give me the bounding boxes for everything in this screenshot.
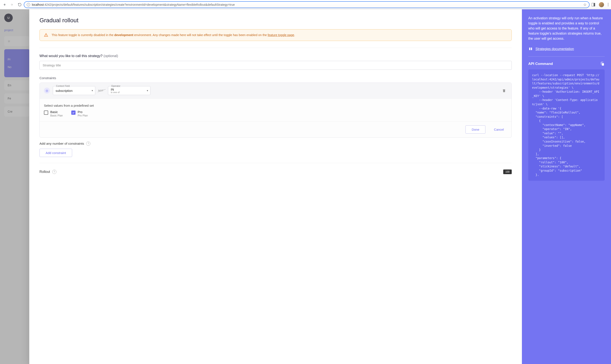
cancel-button[interactable]: Cancel [491, 126, 507, 133]
bookmark-star-icon[interactable]: ☆ [583, 2, 587, 7]
option-title: Basic [50, 110, 63, 114]
operator-select[interactable]: Operator IN is one of ▾ [108, 86, 150, 95]
svg-point-3 [46, 36, 46, 36]
side-panel-icon[interactable] [592, 3, 595, 6]
warning-banner: This feature toggle is currently disable… [39, 29, 512, 41]
constraint-card: ◎ Context Field subscription ▾ NOT Opera… [39, 82, 512, 138]
warning-text: This feature toggle is currently disable… [52, 33, 295, 37]
value-option-pro[interactable]: Pro Pro Plan [71, 110, 88, 117]
constraints-label: Constraints [39, 76, 512, 80]
value-option-basic[interactable]: Basic Basic Plan [44, 110, 63, 117]
help-icon[interactable]: ? [52, 170, 56, 174]
api-command-code[interactable]: curl --location --request POST 'http://l… [528, 69, 605, 181]
option-title: Pro [78, 110, 88, 114]
operator-value: IN [111, 88, 114, 91]
page-title: Gradual rollout [39, 17, 512, 24]
book-icon [528, 47, 533, 51]
back-button[interactable] [2, 3, 6, 7]
context-field-legend: Context Field [55, 85, 71, 87]
reload-button[interactable] [18, 3, 22, 7]
context-field-value: subscription [56, 89, 73, 92]
strategies-docs-link[interactable]: Strategies documentation [535, 47, 574, 51]
delete-constraint-button[interactable] [502, 89, 507, 92]
checkbox-checked[interactable] [71, 111, 76, 115]
rollout-label: Rollout [39, 170, 50, 174]
strategy-title-input[interactable] [39, 61, 512, 70]
url-text: localhost:4242/projects/default/features… [32, 3, 582, 6]
strategy-description: An activation strategy will only run whe… [528, 16, 605, 41]
kebab-menu-icon[interactable] [608, 3, 609, 6]
browser-toolbar: i localhost:4242/projects/default/featur… [0, 0, 611, 9]
api-command-heading: API Command [528, 62, 553, 66]
create-strategy-modal: Gradual rollout This feature toggle is c… [29, 9, 611, 364]
not-toggle[interactable]: NOT [98, 89, 105, 92]
add-constraint-button[interactable]: Add constraint [39, 149, 72, 157]
divider [39, 163, 512, 163]
profile-avatar[interactable] [599, 2, 604, 7]
divider [528, 56, 605, 57]
add-constraints-helper: Add any number of constraints [39, 142, 84, 145]
operator-legend: Operator [110, 85, 121, 87]
warning-icon [44, 33, 48, 37]
operator-subvalue: is one of [111, 91, 120, 93]
option-subtitle: Basic Plan [50, 114, 63, 117]
context-field-select[interactable]: Context Field subscription ▾ [53, 86, 95, 95]
checkbox[interactable] [44, 111, 48, 115]
rollout-value-badge: 100 [503, 169, 512, 174]
address-bar[interactable]: i localhost:4242/projects/default/featur… [24, 1, 590, 8]
svg-rect-4 [602, 63, 604, 66]
chevron-down-icon: ▾ [147, 89, 148, 92]
constraint-icon: ◎ [44, 88, 50, 93]
forward-button[interactable] [10, 3, 14, 7]
strategy-name-label: What would you like to call this strateg… [39, 54, 512, 58]
site-info-icon[interactable]: i [27, 3, 30, 6]
done-button[interactable]: Done [466, 125, 485, 134]
copy-icon[interactable] [600, 62, 605, 66]
chevron-down-icon: ▾ [92, 89, 93, 92]
help-icon[interactable]: ? [86, 142, 90, 146]
option-subtitle: Pro Plan [78, 114, 88, 117]
feature-toggle-link[interactable]: feature toggle page [268, 33, 294, 37]
predefined-values-label: Select values from a predefined set [44, 104, 507, 107]
